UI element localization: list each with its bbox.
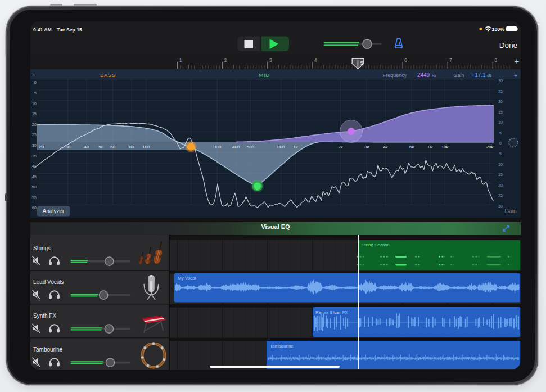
svg-text:800: 800 <box>277 145 285 150</box>
svg-text:Analyzer: Analyzer <box>43 208 65 214</box>
svg-text:Hz: Hz <box>432 74 436 78</box>
svg-text:Done: Done <box>499 41 517 49</box>
svg-text:50: 50 <box>32 184 37 190</box>
svg-text:3: 3 <box>269 57 272 63</box>
svg-text:60: 60 <box>32 205 37 210</box>
svg-text:Lead Vocals: Lead Vocals <box>33 279 64 285</box>
svg-text:25: 25 <box>32 132 37 137</box>
svg-text:6: 6 <box>404 57 407 63</box>
svg-text:10k: 10k <box>441 145 449 150</box>
svg-text:45: 45 <box>32 174 37 179</box>
svg-text:+: + <box>514 72 517 79</box>
svg-text:0: 0 <box>499 141 502 145</box>
svg-text:Tambourine: Tambourine <box>270 344 294 349</box>
svg-text:5: 5 <box>499 152 502 156</box>
svg-text:4k: 4k <box>383 145 388 150</box>
svg-text:15: 15 <box>498 173 503 177</box>
svg-text:30: 30 <box>32 143 37 148</box>
svg-text:30: 30 <box>498 204 503 208</box>
svg-text:MID: MID <box>259 72 269 78</box>
svg-text:35: 35 <box>32 154 37 159</box>
svg-text:5: 5 <box>499 131 502 135</box>
svg-text:+: + <box>515 56 520 66</box>
svg-text:25: 25 <box>498 193 503 197</box>
svg-text:Synth FX: Synth FX <box>33 313 56 319</box>
svg-text:30: 30 <box>498 79 503 83</box>
svg-text:20: 20 <box>39 145 44 150</box>
svg-text:1k: 1k <box>293 145 298 150</box>
svg-text:Frequency: Frequency <box>383 73 407 78</box>
svg-text:55: 55 <box>32 195 37 200</box>
svg-text:2440: 2440 <box>417 72 430 78</box>
svg-text:Tue Sep 15: Tue Sep 15 <box>57 27 82 33</box>
svg-text:Gain: Gain <box>453 73 464 78</box>
svg-text:7: 7 <box>449 57 452 63</box>
svg-text:300: 300 <box>214 145 222 150</box>
svg-text:20: 20 <box>498 183 503 187</box>
svg-text:2: 2 <box>224 57 227 63</box>
svg-text:1: 1 <box>179 57 182 63</box>
svg-text:15: 15 <box>498 110 503 114</box>
svg-text:40: 40 <box>84 145 89 150</box>
svg-text:80: 80 <box>129 145 134 150</box>
svg-text:4: 4 <box>314 57 317 63</box>
svg-text:6k: 6k <box>409 145 414 150</box>
svg-text:+: + <box>32 71 35 78</box>
svg-text:10: 10 <box>32 101 37 106</box>
svg-text:9:41 AM: 9:41 AM <box>33 27 52 33</box>
svg-text:20k: 20k <box>486 145 494 150</box>
svg-text:BASS: BASS <box>100 72 116 78</box>
svg-text:Tambourine: Tambourine <box>33 346 63 353</box>
svg-text:10: 10 <box>498 120 503 124</box>
svg-text:60: 60 <box>110 145 115 150</box>
svg-text:5: 5 <box>360 60 363 66</box>
svg-text:8: 8 <box>494 57 497 63</box>
svg-text:100: 100 <box>142 145 150 150</box>
svg-text:10: 10 <box>498 163 503 166</box>
svg-text:Gain: Gain <box>504 208 516 214</box>
svg-text:8k: 8k <box>428 145 433 150</box>
svg-text:20: 20 <box>32 122 37 127</box>
svg-text:+17.1: +17.1 <box>471 72 486 78</box>
svg-text:My Vocal: My Vocal <box>178 276 196 281</box>
svg-text:30: 30 <box>65 145 70 150</box>
svg-text:500: 500 <box>247 145 255 150</box>
svg-text:Strings: Strings <box>33 245 51 251</box>
svg-text:2k: 2k <box>338 145 343 150</box>
svg-text:dB: dB <box>487 74 491 78</box>
svg-text:50: 50 <box>98 145 103 150</box>
svg-text:3k: 3k <box>364 145 369 150</box>
svg-text:25: 25 <box>498 89 503 93</box>
svg-text:0: 0 <box>34 80 37 85</box>
svg-text:15: 15 <box>32 111 37 116</box>
svg-text:5: 5 <box>34 91 37 96</box>
svg-text:100%: 100% <box>492 26 505 32</box>
svg-text:String Section: String Section <box>362 242 390 247</box>
svg-text:40: 40 <box>32 164 37 169</box>
svg-text:20: 20 <box>498 100 503 103</box>
svg-text:400: 400 <box>232 145 240 150</box>
